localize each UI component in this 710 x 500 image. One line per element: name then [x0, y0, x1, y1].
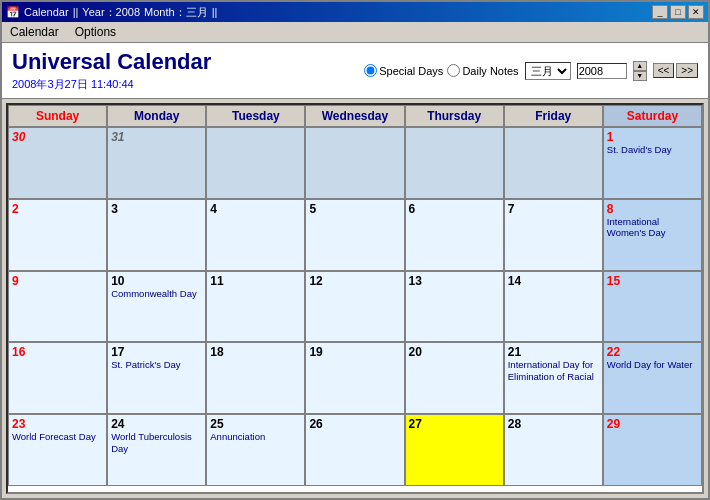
nav-prev-prev-button[interactable]: << [653, 63, 675, 78]
day-number: 14 [508, 274, 599, 288]
radio-daily[interactable] [447, 64, 460, 77]
day-number: 29 [607, 417, 698, 431]
table-row[interactable]: 18 [206, 342, 305, 414]
day-number: 20 [409, 345, 500, 359]
table-row[interactable]: 4 [206, 199, 305, 271]
table-row[interactable]: 13 [405, 271, 504, 343]
header-sunday: Sunday [8, 105, 107, 127]
table-row[interactable]: 29 [603, 414, 702, 486]
table-row[interactable]: 21International Day for Elimination of R… [504, 342, 603, 414]
day-number: 9 [12, 274, 103, 288]
year-label: Year：2008 [82, 5, 140, 20]
nav-buttons: << >> [653, 63, 698, 78]
controls: Special Days Daily Notes 三月 ▲ ▼ << >> [364, 61, 698, 81]
title-bar: 📅 Calendar || Year：2008 Month：三月 || _ □ … [2, 2, 708, 22]
table-row[interactable]: 17St. Patrick's Day [107, 342, 206, 414]
table-row[interactable]: 2 [8, 199, 107, 271]
year-input[interactable] [577, 63, 627, 79]
table-row[interactable]: 28 [504, 414, 603, 486]
title-text: Calendar [24, 6, 69, 18]
table-row[interactable]: 24World Tuberculosis Day [107, 414, 206, 486]
table-row[interactable]: 23World Forecast Day [8, 414, 107, 486]
table-row[interactable]: 8International Women's Day [603, 199, 702, 271]
table-row[interactable]: 1St. David's Day [603, 127, 702, 199]
event-text: International Women's Day [607, 216, 666, 238]
header-tuesday: Tuesday [206, 105, 305, 127]
radio-group: Special Days Daily Notes [364, 64, 518, 77]
table-row[interactable] [206, 127, 305, 199]
sep1: || [73, 6, 79, 18]
table-row[interactable]: 10Commonwealth Day [107, 271, 206, 343]
close-button[interactable]: ✕ [688, 5, 704, 19]
table-row[interactable]: 20 [405, 342, 504, 414]
day-number: 1 [607, 130, 698, 144]
table-row[interactable]: 3 [107, 199, 206, 271]
radio-special-label[interactable]: Special Days [364, 64, 443, 77]
table-row[interactable]: 7 [504, 199, 603, 271]
table-row[interactable]: 5 [305, 199, 404, 271]
table-row[interactable]: 25Annunciation [206, 414, 305, 486]
table-row[interactable]: 26 [305, 414, 404, 486]
sep2: || [212, 6, 218, 18]
menu-bar: Calendar Options [2, 22, 708, 43]
day-number: 19 [309, 345, 400, 359]
month-select[interactable]: 三月 [525, 62, 571, 80]
table-row[interactable]: 14 [504, 271, 603, 343]
day-number: 11 [210, 274, 301, 288]
day-number: 16 [12, 345, 103, 359]
table-row[interactable]: 22World Day for Water [603, 342, 702, 414]
day-number: 3 [111, 202, 202, 216]
table-row[interactable] [405, 127, 504, 199]
table-row[interactable]: 11 [206, 271, 305, 343]
event-text: St. Patrick's Day [111, 359, 180, 370]
day-number: 21 [508, 345, 599, 359]
radio-daily-text: Daily Notes [462, 65, 518, 77]
table-row[interactable]: 12 [305, 271, 404, 343]
day-number: 23 [12, 417, 103, 431]
table-row[interactable]: 31 [107, 127, 206, 199]
table-row[interactable]: 30 [8, 127, 107, 199]
calendar-header: Sunday Monday Tuesday Wednesday Thursday… [8, 105, 702, 127]
table-row[interactable]: 19 [305, 342, 404, 414]
table-row[interactable]: 6 [405, 199, 504, 271]
day-number: 28 [508, 417, 599, 431]
event-text: Annunciation [210, 431, 265, 442]
header-saturday: Saturday [603, 105, 702, 127]
calendar-area: Sunday Monday Tuesday Wednesday Thursday… [6, 103, 704, 494]
day-number: 13 [409, 274, 500, 288]
table-row[interactable]: 16 [8, 342, 107, 414]
day-number: 6 [409, 202, 500, 216]
calendar-body: 30311St. David's Day2345678International… [8, 127, 702, 486]
radio-special-text: Special Days [379, 65, 443, 77]
calendar-icon: 📅 [6, 6, 20, 19]
app-subtitle: 2008年3月27日 11:40:44 [12, 77, 211, 92]
table-row[interactable]: 9 [8, 271, 107, 343]
radio-daily-label[interactable]: Daily Notes [447, 64, 518, 77]
table-row[interactable] [305, 127, 404, 199]
menu-options[interactable]: Options [71, 24, 120, 40]
event-text: World Tuberculosis Day [111, 431, 192, 453]
event-text: World Forecast Day [12, 431, 96, 442]
year-spinner: ▲ ▼ [633, 61, 647, 81]
day-number: 26 [309, 417, 400, 431]
nav-next-next-button[interactable]: >> [676, 63, 698, 78]
day-number: 10 [111, 274, 202, 288]
spin-down[interactable]: ▼ [633, 71, 647, 81]
spin-up[interactable]: ▲ [633, 61, 647, 71]
event-text: St. David's Day [607, 144, 672, 155]
minimize-button[interactable]: _ [652, 5, 668, 19]
event-text: International Day for Elimination of Rac… [508, 359, 594, 381]
day-number: 25 [210, 417, 301, 431]
header-friday: Friday [504, 105, 603, 127]
radio-special[interactable] [364, 64, 377, 77]
table-row[interactable] [504, 127, 603, 199]
title-bar-buttons: _ □ ✕ [652, 5, 704, 19]
app-title: Universal Calendar [12, 49, 211, 75]
app-info: Universal Calendar 2008年3月27日 11:40:44 [12, 49, 211, 92]
day-number: 12 [309, 274, 400, 288]
menu-calendar[interactable]: Calendar [6, 24, 63, 40]
table-row[interactable]: 27 [405, 414, 504, 486]
table-row[interactable]: 15 [603, 271, 702, 343]
day-number: 31 [111, 130, 202, 144]
maximize-button[interactable]: □ [670, 5, 686, 19]
